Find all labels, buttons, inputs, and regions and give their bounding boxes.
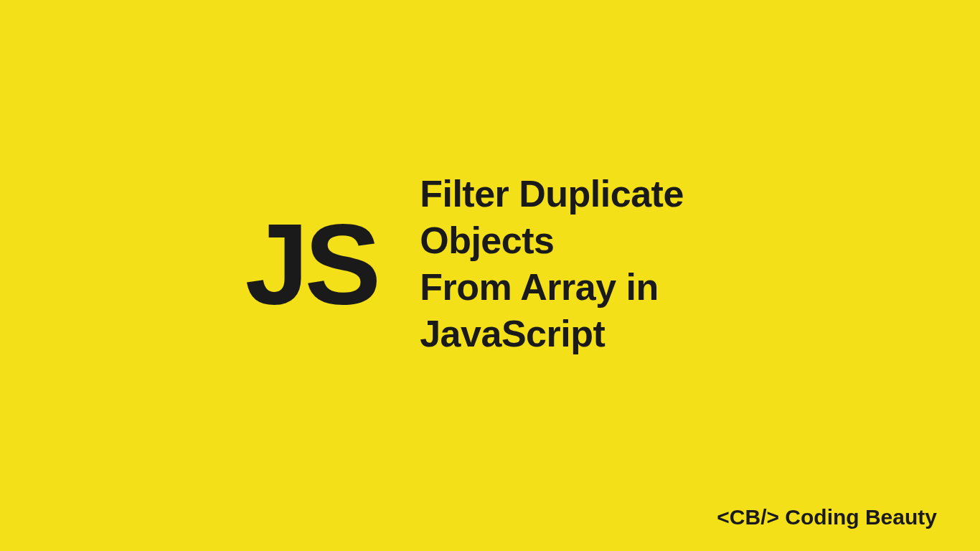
main-content: JS Filter Duplicate Objects From Array i… <box>245 171 735 357</box>
title-line-1: Filter Duplicate Objects <box>420 171 735 264</box>
title-line-2: From Array in JavaScript <box>420 264 735 357</box>
title-block: Filter Duplicate Objects From Array in J… <box>420 171 735 357</box>
brand-footer: <CB/> Coding Beauty <box>717 505 937 529</box>
js-logo: JS <box>245 207 377 321</box>
